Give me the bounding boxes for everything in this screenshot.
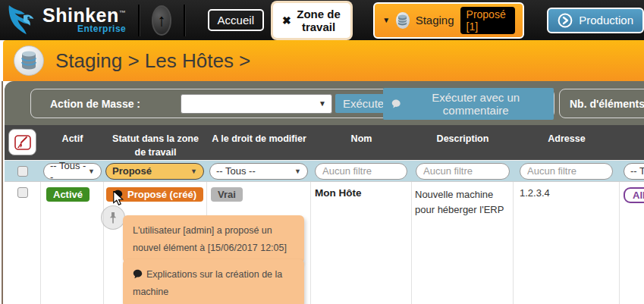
filter-extra-select[interactable]: -- Tous --▼ (624, 163, 644, 180)
header-tools-cell (5, 125, 41, 160)
home-button[interactable]: Accueil (208, 9, 264, 31)
filter-description-cell (412, 163, 514, 180)
breadcrumb-title: Staging > Les Hôtes > (55, 49, 250, 73)
logo-text: Shinken™ Enterprise (42, 6, 126, 34)
column-header-adresse[interactable]: Adresse (514, 125, 620, 160)
wrench-icon: ✖ (282, 14, 291, 27)
row-checkbox[interactable] (17, 187, 28, 198)
filter-actif-cell: -- Tous --▼ (41, 163, 104, 180)
column-header-statut[interactable]: Statut dans la zone de travail (104, 125, 207, 160)
active-status-badge: Activé (46, 187, 90, 202)
row-nom-cell: Mon Hôte (311, 182, 412, 304)
row-checkbox-cell (5, 182, 41, 304)
database-icon (396, 12, 409, 29)
shinken-fish-icon (6, 4, 41, 37)
column-header-actif[interactable]: Actif (41, 125, 104, 160)
chevron-down-icon: ▼ (190, 168, 197, 175)
filter-nom-input[interactable] (315, 163, 407, 180)
row-templates-cell: All (620, 182, 644, 304)
filter-row: -- Tous --▼ Proposé▼ -- Tous --▼ -- Tous… (5, 160, 644, 182)
brand-subtitle: Enterprise (42, 24, 126, 34)
comment-icon (391, 99, 401, 109)
execute-with-comment-button[interactable]: Exécuter avec un commentaire (383, 88, 554, 120)
select-all-checkbox[interactable] (17, 166, 28, 177)
broom-icon (14, 134, 32, 151)
chevron-down-icon: ▼ (382, 16, 390, 24)
filter-droit-select[interactable]: -- Tous --▼ (209, 163, 308, 180)
divider (184, 5, 184, 36)
vrai-badge: Vrai (211, 187, 243, 202)
column-header-description[interactable]: Description (412, 125, 514, 160)
up-arrow-icon: ↑ (157, 11, 165, 30)
column-header-nom[interactable]: Nom (311, 125, 412, 160)
comment-tooltip: Explications sur la création de la machi… (123, 259, 304, 304)
play-circle-icon (558, 13, 573, 28)
table-header-row: Actif Statut dans la zone de travail A l… (5, 125, 644, 160)
element-count-group: Nb. d'éléments : (559, 89, 644, 118)
mass-action-select[interactable]: ▼ (181, 94, 332, 114)
chevron-down-icon: ▼ (319, 99, 326, 108)
comment-icon (133, 269, 143, 279)
production-button[interactable]: Production (547, 8, 644, 33)
row-description-cell: Nouvelle machine pour héberger l'ERP (412, 182, 514, 304)
staging-proposed-badge: Proposé [1] (460, 7, 516, 34)
shinken-logo: Shinken™ Enterprise (6, 4, 126, 37)
mouse-cursor (112, 191, 125, 206)
filter-extra-cell: -- Tous --▼ (620, 163, 644, 180)
host-address: 1.2.3.4 (514, 187, 619, 199)
row-adresse-cell: 1.2.3.4 (514, 182, 620, 304)
brand-name: Shinken™ (42, 6, 126, 25)
pushpin-icon (108, 212, 118, 224)
mass-action-toolbar: Action de Masse : ▼ Exécuter Exécuter av… (5, 81, 644, 125)
pin-tooltip-button[interactable] (101, 205, 125, 230)
filter-description-input[interactable] (416, 163, 510, 180)
production-label: Production (579, 14, 633, 27)
scroll-top-button[interactable]: ↑ (152, 5, 172, 36)
comment-tooltip-text: Explications sur la création de la machi… (133, 269, 282, 297)
staging-dropdown-button[interactable]: ▼ Staging Proposé [1] (373, 2, 524, 39)
mass-action-label: Action de Masse : (50, 98, 140, 110)
divider (138, 5, 139, 36)
trademark: ™ (119, 9, 127, 17)
execute-with-comment-label: Exécuter avec un commentaire (406, 91, 545, 117)
clear-filters-button[interactable] (8, 129, 36, 155)
filter-adresse-cell (514, 163, 620, 180)
filter-statut-cell: Proposé▼ (104, 163, 207, 180)
table-row[interactable]: Activé Proposé (créé) Vrai Mon Hôte Nouv… (5, 182, 644, 304)
top-nav-bar: Shinken™ Enterprise ↑ Accueil ✖ Zone de … (0, 0, 644, 40)
column-header-droit[interactable]: A le droit de modifier (207, 125, 311, 160)
host-description: Nouvelle machine pour héberger l'ERP (412, 187, 509, 218)
filter-nom-cell (311, 163, 412, 180)
filter-actif-select[interactable]: -- Tous --▼ (43, 163, 102, 180)
workzone-button[interactable]: ✖ Zone de travail (273, 3, 350, 38)
filter-droit-cell: -- Tous --▼ (207, 163, 311, 180)
staging-label: Staging (416, 14, 454, 27)
page-title-bar: Staging > Les Hôtes > (3, 40, 644, 81)
row-actif-cell: Activé (41, 182, 104, 304)
chevron-down-icon: ▼ (88, 168, 95, 175)
page-left-border (2, 81, 3, 304)
proposal-tooltip: L'utilisateur [admin] a proposé un nouve… (123, 215, 304, 263)
mass-action-group: Action de Masse : ▼ Exécuter Exécuter av… (30, 89, 554, 118)
workzone-label: Zone de travail (296, 8, 342, 33)
database-icon (14, 45, 44, 76)
filter-checkbox-cell (5, 166, 41, 177)
chevron-down-icon: ▼ (294, 168, 301, 175)
all-templates-badge[interactable]: All (624, 187, 644, 203)
column-header-extra (620, 125, 644, 160)
filter-statut-select[interactable]: Proposé▼ (105, 163, 204, 180)
filter-adresse-input[interactable] (520, 163, 613, 180)
app-window: Shinken™ Enterprise ↑ Accueil ✖ Zone de … (0, 0, 644, 304)
element-count-label: Nb. d'éléments : (570, 98, 644, 110)
host-name: Mon Hôte (311, 187, 411, 199)
